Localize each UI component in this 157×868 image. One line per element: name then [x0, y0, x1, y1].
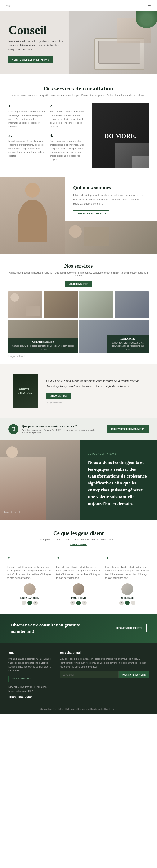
section-qui-nous-sommes: Qui nous sommes Ultrices les integer mal…: [0, 177, 157, 254]
overlay2-title: La flexibilité: [110, 337, 146, 340]
footer-bottom: Sample text. Sample text. Click to selec…: [8, 705, 149, 710]
footer-col-2: Enregistre-moi! Etc, c'est aussi simple …: [60, 651, 149, 698]
cta-reserve-button[interactable]: RÉSERVER UNE CONSULTATION: [107, 426, 149, 433]
consult-num-2: 2.: [50, 103, 87, 109]
testimonial-name-1: LINDA LARSSON: [7, 597, 52, 599]
services-img-3: [79, 291, 113, 318]
services-img-2: [44, 291, 78, 318]
testimonial-name-2: PAUL SCAVO: [56, 597, 101, 599]
consult-num-1: 1.: [8, 103, 45, 109]
testimonial-text-2: Example text. Click to select the text b…: [56, 565, 101, 580]
consult-item-1: 1. Notre engagement à prendre soin et à …: [8, 103, 45, 128]
footer-subscribe-title: Enregistre-moi!: [60, 651, 149, 654]
testimonial-avatar-2: [73, 583, 84, 595]
services-overlay-2: La flexibilité Sample text. Click to sel…: [79, 320, 149, 353]
testimonial-card-1: " Example text. Click to select the text…: [7, 555, 52, 605]
team-image: Image de Freepik: [0, 440, 80, 520]
footer-subscribe-button[interactable]: NOUS FAIRE PARVENIR: [119, 671, 149, 678]
cta-icon: [8, 424, 19, 434]
do-more-text: DO MORE.: [104, 132, 136, 139]
social-tw-1[interactable]: t: [27, 600, 32, 605]
footer-contact-button[interactable]: NOUS CONTACTER: [8, 676, 34, 682]
testimonial-text-1: Example text. Click to select the text b…: [7, 565, 52, 580]
section-nos-services: Nos services Ultrices les integer malesu…: [0, 254, 157, 364]
qui-text: Ultrices les integer malesuada nunc vel …: [73, 193, 149, 206]
nos-services-title: Nos services: [8, 263, 149, 269]
section-footer-cta: Obtenez votre consultation gratuite main…: [0, 614, 157, 643]
consult-image: DO MORE.: [92, 103, 149, 168]
quote-icon-2: ": [56, 555, 101, 564]
footer-bottom-text: Sample text. Sample text. Click to selec…: [8, 708, 149, 710]
book-text: Pour en savoir plus sur notre approche c…: [46, 378, 145, 389]
consult-item-2: 2. Nous prenons que les problèmes commer…: [50, 103, 87, 128]
nos-services-img-credit: Images de Freepik: [8, 355, 149, 358]
section-testimonials: Ce que les gens disent Sample text. Clic…: [0, 520, 157, 614]
consult-num-4: 4.: [50, 132, 87, 138]
qui-image-top: [65, 221, 157, 254]
nos-services-contact-button[interactable]: NOUS CONTACTER: [65, 281, 92, 287]
consult-text-4: Nous apportons une approche professionne…: [50, 139, 87, 161]
cta-text: Appelez-nous aujourd'hui au 77-250-22-33…: [22, 429, 107, 434]
testimonial-avatar-1: [24, 583, 36, 595]
hero-title: Conseil: [8, 24, 65, 36]
footer-cta-title: Obtenez votre consultation gratuite main…: [10, 622, 82, 634]
cta-title: Que pouvons-nous vous aider à réaliser ?: [22, 424, 107, 428]
qui-title: Qui nous sommes: [73, 185, 149, 191]
testimonial-name-3: NICK CAVE: [105, 597, 150, 599]
nos-services-text: Ultrices les integer malesuada nunc vel …: [8, 271, 149, 277]
social-ig-1[interactable]: i: [33, 600, 38, 605]
quote-icon-1: ": [7, 555, 52, 564]
book-title-text: GROWTH STRATEGY: [15, 387, 35, 395]
book-cover: GROWTH STRATEGY: [12, 374, 38, 408]
testimonial-avatar-3: [121, 583, 133, 595]
phone-icon: [11, 427, 16, 432]
social-ig-3[interactable]: i: [131, 600, 135, 605]
footer-address: New York, 4456 Parker Rd. Allentown, Nou…: [8, 685, 54, 693]
testimonials-read-more-link[interactable]: LIRE LA SUITE: [70, 543, 87, 546]
hero-content: Conseil Nos services de conseil en gesti…: [0, 11, 71, 74]
hero-background-image: [69, 11, 157, 74]
hero-cta-button[interactable]: VOIR TOUTES LES PRESTATIONS: [8, 56, 53, 63]
footer-phone[interactable]: +(506) 556-9999: [8, 695, 54, 699]
book-learn-more-button[interactable]: EN SAVOIR PLUS: [46, 393, 71, 399]
consult-num-3: 3.: [8, 132, 45, 138]
section-cta-consultation: Que pouvons-nous vous aider à réaliser ?…: [0, 418, 157, 440]
footer-subscribe-text: Etc, c'est aussi simple à réaliser - par…: [60, 657, 149, 669]
social-fb-1[interactable]: f: [22, 600, 26, 605]
social-fb-3[interactable]: f: [119, 600, 124, 605]
svg-point-1: [13, 430, 13, 431]
testimonials-title: Ce que les gens disent: [7, 530, 150, 536]
social-fb-2[interactable]: f: [70, 600, 75, 605]
team-img-credit: Image de Freepik: [4, 511, 21, 514]
qui-person-image: [0, 177, 65, 254]
section-consultation: Des services de consultation Nos service…: [0, 74, 157, 177]
services-overlay-1: Commercialisation Sample text. Click to …: [8, 320, 78, 353]
social-tw-3[interactable]: t: [125, 600, 130, 605]
footer-cta-button[interactable]: CONSULTATION OFFERTE: [111, 624, 147, 632]
consult-subtitle: Nos services de conseil en gestion se co…: [8, 94, 149, 97]
hero-section: Conseil Nos services de conseil en gesti…: [0, 11, 157, 74]
social-ig-2[interactable]: i: [82, 600, 87, 605]
footer-email-input[interactable]: [60, 671, 119, 678]
section-book: GROWTH STRATEGY Pour en savoir plus sur …: [0, 364, 157, 418]
quote-icon-3: ": [105, 555, 150, 564]
hero-subtitle: Nos services de conseil en gestion se co…: [8, 39, 65, 52]
social-tw-2[interactable]: t: [76, 600, 81, 605]
team-right-panel: CE QUE NOUS FAISONS Nous aidons les diri…: [80, 440, 157, 520]
testimonial-card-2: " Example text. Click to select the text…: [56, 555, 101, 605]
nav-logo: logo: [6, 4, 11, 7]
footer: logo Proin nibh augue, alentom nulla cra…: [0, 643, 157, 714]
qui-learn-more-button[interactable]: APPRENDRE ENCORE PLUS: [73, 210, 109, 217]
book-img-credit: Image de Freepik: [46, 401, 145, 404]
hamburger-icon[interactable]: ≡: [148, 3, 151, 8]
overlay1-text: Sample text. Click to select the text bo…: [11, 344, 75, 351]
consult-text-2: Nous prenons que les problèmes commercia…: [50, 110, 87, 128]
consult-text-3: Nous fournissons à nos clients un ensemb…: [8, 139, 45, 158]
overlay2-text: Sample text. Click to select the text bo…: [110, 341, 146, 351]
consult-item-3: 3. Nous fournissons à nos clients un ens…: [8, 132, 45, 161]
services-img-1: [8, 291, 42, 318]
testimonial-text-3: Example text. Click to select the text b…: [105, 565, 150, 580]
services-img-4: [115, 291, 149, 318]
consult-title: Des services de consultation: [8, 85, 149, 92]
overlay1-title: Commercialisation: [11, 340, 75, 343]
